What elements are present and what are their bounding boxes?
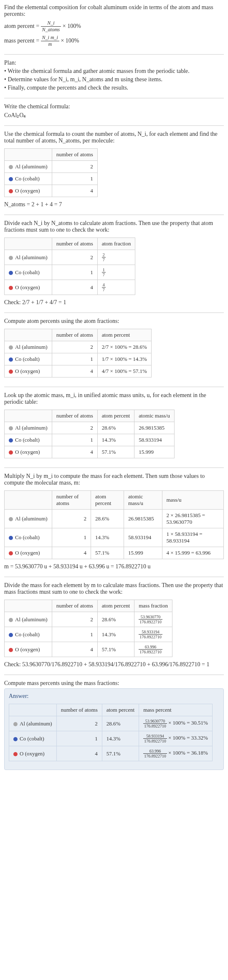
- section-atom-percents: Compute atom percents using the atom fra…: [4, 318, 224, 387]
- mass-percent-formula: mass percent = N_i m_i m × 100%: [4, 35, 224, 48]
- table-row: O (oxygen) 4: [5, 185, 98, 197]
- color-swatch-icon: [13, 737, 18, 741]
- atomic-mass-table: number of atoms atom percent atomic mass…: [4, 410, 175, 458]
- table-header-row: number of atoms atom percent atomic mass…: [5, 410, 175, 422]
- atom-percent-suffix: × 100%: [63, 23, 81, 29]
- table-row: Co (cobalt) 1 14.3% 58.933194176.8922710: [5, 627, 172, 642]
- table-row: Co (cobalt) 1: [5, 173, 98, 185]
- plan-label: Plan:: [4, 60, 224, 66]
- color-swatch-icon: [9, 370, 13, 374]
- plan-item: • Write the chemical formula and gather …: [4, 68, 224, 75]
- table-row: Co (cobalt) 1 14.3% 58.933194176.8922710…: [9, 731, 213, 746]
- color-swatch-icon: [9, 177, 13, 181]
- table-header-row: number of atoms atom fraction: [5, 238, 135, 250]
- mass-percent-text: Compute mass percents using the mass fra…: [4, 680, 224, 687]
- table-row: O (oxygen) 4 57.1% 15.999 4 × 15.999 = 6…: [5, 547, 224, 559]
- section-plan: Plan: • Write the chemical formula and g…: [4, 60, 224, 98]
- color-swatch-icon: [13, 752, 18, 756]
- color-swatch-icon: [9, 648, 13, 652]
- table-row: Al (aluminum) 2 28.6% 26.9815385: [5, 422, 175, 434]
- mass-compute-text: Multiply N_i by m_i to compute the mass …: [4, 473, 224, 486]
- section-mass-u: Multiply N_i by m_i to compute the mass …: [4, 473, 224, 577]
- table-header-row: number of atoms atom percent atomic mass…: [5, 491, 224, 510]
- atom-count-table: number of atoms Al (aluminum) 2 Co (coba…: [4, 148, 98, 197]
- atom-percent-formula: atom percent = N_i N_atoms × 100%: [4, 20, 224, 33]
- color-swatch-icon: [9, 450, 13, 455]
- table-header-row: number of atoms: [5, 149, 98, 161]
- mass-fraction-check: Check: 53.9630770/176.8922710 + 58.93319…: [4, 661, 224, 668]
- atom-fraction-text: Divide each N_i by N_atoms to calculate …: [4, 220, 224, 233]
- atom-percent-table: number of atoms atom percent Al (aluminu…: [4, 329, 152, 378]
- mass-percent-table: number of atoms atom percent mass percen…: [9, 704, 213, 761]
- color-swatch-icon: [9, 271, 13, 275]
- section-count-atoms: Use the chemical formula to count the nu…: [4, 131, 224, 215]
- color-swatch-icon: [9, 438, 13, 442]
- table-row: Co (cobalt) 1 14.3% 58.933194 1 × 58.933…: [5, 528, 224, 547]
- section-intro: Find the elemental composition for cobal…: [4, 4, 224, 55]
- intro-text: Find the elemental composition for cobal…: [4, 4, 224, 18]
- fraction: N_i N_atoms: [41, 20, 61, 33]
- mass-percent-label: mass percent =: [4, 38, 39, 44]
- color-swatch-icon: [9, 517, 13, 521]
- table-row: O (oxygen) 4 57.1% 15.999: [5, 446, 175, 458]
- color-swatch-icon: [9, 165, 13, 169]
- color-swatch-icon: [9, 618, 13, 622]
- table-row: O (oxygen) 4 57.1% 63.996176.8922710: [5, 642, 172, 657]
- table-row: Al (aluminum) 2: [5, 161, 98, 173]
- write-formula-text: Write the chemical formula:: [4, 103, 224, 110]
- table-row: O (oxygen) 4 47: [5, 280, 135, 295]
- section-mass-percents: Compute mass percents using the mass fra…: [4, 680, 224, 770]
- fraction: N_i m_i m: [41, 35, 59, 48]
- table-row: Co (cobalt) 1 17: [5, 265, 135, 280]
- atomic-mass-text: Look up the atomic mass, m_i, in unified…: [4, 392, 224, 405]
- mass-u-table: number of atoms atom percent atomic mass…: [4, 490, 224, 559]
- mass-fraction-text: Divide the mass for each element by m to…: [4, 582, 224, 595]
- atom-fraction-table: number of atoms atom fraction Al (alumin…: [4, 238, 135, 295]
- section-chemical-formula: Write the chemical formula: CoAl₂O₄: [4, 103, 224, 126]
- table-row: Al (aluminum) 2 2/7 × 100% = 28.6%: [5, 341, 152, 353]
- color-swatch-icon: [9, 256, 13, 260]
- mass-percent-suffix: × 100%: [61, 38, 79, 44]
- table-row: Al (aluminum) 2 28.6% 53.9630770176.8922…: [5, 612, 172, 627]
- table-header-row: number of atoms atom percent mass percen…: [9, 704, 213, 716]
- color-swatch-icon: [13, 722, 18, 726]
- col-number-of-atoms: number of atoms: [52, 149, 97, 161]
- table-row: O (oxygen) 4 4/7 × 100% = 57.1%: [5, 365, 152, 378]
- mass-fraction-table: number of atoms atom percent mass fracti…: [4, 600, 172, 657]
- m-total: m = 53.9630770 u + 58.933194 u + 63.996 …: [4, 563, 224, 570]
- table-row: Co (cobalt) 1 1/7 × 100% = 14.3%: [5, 353, 152, 365]
- section-atomic-mass: Look up the atomic mass, m_i, in unified…: [4, 392, 224, 468]
- table-row: O (oxygen) 4 57.1% 63.996176.8922710 × 1…: [9, 746, 213, 761]
- atom-percent-text: Compute atom percents using the atom fra…: [4, 318, 224, 325]
- answer-box: Answer: number of atoms atom percent mas…: [4, 688, 224, 770]
- color-swatch-icon: [9, 633, 13, 637]
- table-row: Co (cobalt) 1 14.3% 58.933194: [5, 434, 175, 446]
- table-row: Al (aluminum) 2 28.6% 26.9815385 2 × 26.…: [5, 510, 224, 528]
- color-swatch-icon: [9, 551, 13, 555]
- count-atoms-text: Use the chemical formula to count the nu…: [4, 131, 224, 144]
- table-row: Al (aluminum) 2 28.6% 53.9630770176.8922…: [9, 716, 213, 731]
- plan-item: • Finally, compute the percents and chec…: [4, 85, 224, 91]
- plan-item: • Determine values for N_i, m_i, N_atoms…: [4, 76, 224, 83]
- color-swatch-icon: [9, 189, 13, 193]
- section-atom-fractions: Divide each N_i by N_atoms to calculate …: [4, 220, 224, 313]
- table-header-row: number of atoms atom percent: [5, 329, 152, 341]
- color-swatch-icon: [9, 536, 13, 540]
- atom-percent-label: atom percent =: [4, 23, 39, 29]
- answer-label: Answer:: [9, 693, 219, 700]
- n-atoms-total: N_atoms = 2 + 1 + 4 = 7: [4, 201, 224, 208]
- chemical-formula: CoAl₂O₄: [4, 112, 224, 119]
- table-header-row: number of atoms atom percent mass fracti…: [5, 600, 172, 612]
- atom-fraction-check: Check: 2/7 + 1/7 + 4/7 = 1: [4, 299, 224, 306]
- color-swatch-icon: [9, 426, 13, 430]
- color-swatch-icon: [9, 358, 13, 362]
- section-mass-fractions: Divide the mass for each element by m to…: [4, 582, 224, 675]
- table-row: Al (aluminum) 2 27: [5, 250, 135, 265]
- color-swatch-icon: [9, 286, 13, 290]
- color-swatch-icon: [9, 345, 13, 350]
